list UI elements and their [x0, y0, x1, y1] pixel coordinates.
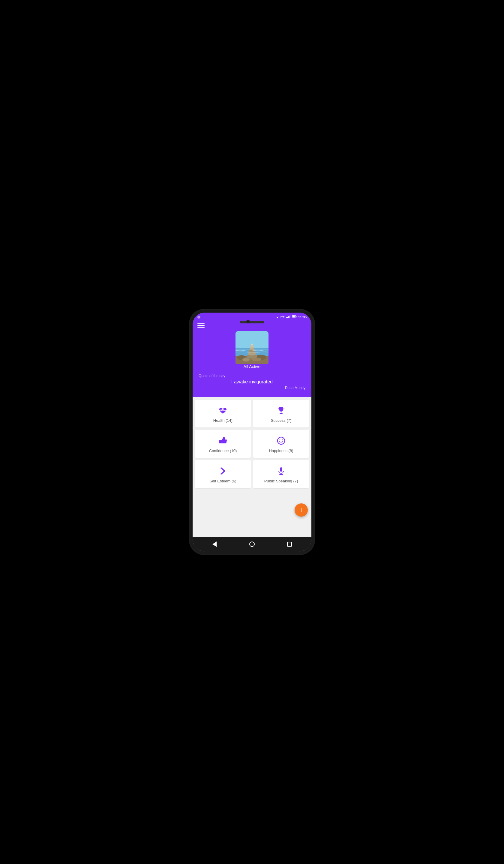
- svg-point-16: [242, 358, 250, 361]
- add-fab-button[interactable]: +: [295, 503, 308, 517]
- cards-grid: Health (14): [195, 400, 309, 488]
- svg-rect-25: [280, 413, 283, 414]
- svg-rect-3: [289, 315, 289, 318]
- home-button[interactable]: [248, 540, 256, 549]
- bottom-nav: [193, 537, 311, 551]
- card-happiness-label: Happiness (8): [269, 448, 293, 453]
- trophy-icon: [276, 406, 286, 415]
- svg-point-28: [280, 440, 280, 440]
- phone-inner: ● LTE: [193, 313, 311, 551]
- svg-rect-6: [292, 316, 295, 318]
- svg-point-27: [277, 437, 285, 444]
- screen: ● LTE: [193, 313, 311, 551]
- hamburger-menu[interactable]: [197, 323, 205, 328]
- profile-image[interactable]: [236, 331, 268, 364]
- location-icon: ●: [276, 315, 278, 319]
- battery-icon: [292, 315, 297, 319]
- quote-label: Quote of the day: [199, 374, 305, 378]
- card-health[interactable]: Health (14): [195, 400, 251, 428]
- speaker: [240, 321, 264, 323]
- heart-pulse-icon: [218, 406, 228, 415]
- svg-point-23: [251, 345, 253, 347]
- svg-rect-4: [290, 315, 290, 318]
- profile-section: All Active: [197, 331, 307, 369]
- svg-rect-7: [296, 316, 296, 317]
- quote-author: Dana Mundy: [199, 386, 305, 390]
- card-happiness[interactable]: Happiness (8): [253, 430, 309, 458]
- card-self-esteem[interactable]: Self Esteem (6): [195, 460, 251, 488]
- card-self-esteem-label: Self Esteem (6): [209, 479, 237, 483]
- profile-name: All Active: [243, 364, 261, 369]
- status-icons: ● LTE: [276, 315, 307, 319]
- recents-icon: [287, 542, 292, 547]
- camera: [246, 320, 250, 323]
- time-display: 11:35: [298, 315, 307, 319]
- card-success[interactable]: Success (7): [253, 400, 309, 428]
- card-health-label: Health (14): [213, 418, 232, 423]
- svg-point-29: [282, 440, 283, 440]
- svg-rect-30: [280, 467, 282, 472]
- add-icon: +: [299, 506, 303, 514]
- svg-point-24: [251, 344, 253, 345]
- card-confidence[interactable]: Confidence (10): [195, 430, 251, 458]
- thumbs-up-icon: [218, 436, 228, 445]
- header-section: All Active Quote of the day I awake invi…: [193, 321, 311, 397]
- chevron-right-icon: [218, 466, 228, 476]
- card-success-label: Success (7): [271, 418, 291, 423]
- quote-text: I awake invigorated: [199, 379, 305, 385]
- svg-rect-26: [219, 440, 220, 443]
- status-indicator: [197, 315, 200, 319]
- hamburger-line-2: [197, 325, 205, 326]
- card-public-speaking[interactable]: Public Speaking (7): [253, 460, 309, 488]
- home-icon: [249, 541, 255, 547]
- quote-section: Quote of the day I awake invigorated Dan…: [197, 374, 307, 390]
- microphone-icon: [276, 466, 286, 476]
- svg-rect-2: [288, 316, 289, 318]
- phone-device: ● LTE: [189, 309, 315, 555]
- card-public-speaking-label: Public Speaking (7): [264, 479, 298, 483]
- hamburger-line-3: [197, 327, 205, 328]
- svg-rect-1: [287, 317, 288, 318]
- recents-button[interactable]: [285, 540, 294, 549]
- smiley-icon: [276, 436, 286, 445]
- hamburger-line-1: [197, 323, 205, 324]
- back-icon: [213, 541, 217, 547]
- status-bar: ● LTE: [193, 313, 311, 321]
- lte-icon: LTE: [280, 315, 285, 319]
- card-confidence-label: Confidence (10): [209, 448, 237, 453]
- cards-container: Health (14): [193, 397, 311, 537]
- svg-rect-0: [286, 317, 287, 318]
- signal-icon: [286, 315, 290, 319]
- back-button[interactable]: [210, 540, 219, 549]
